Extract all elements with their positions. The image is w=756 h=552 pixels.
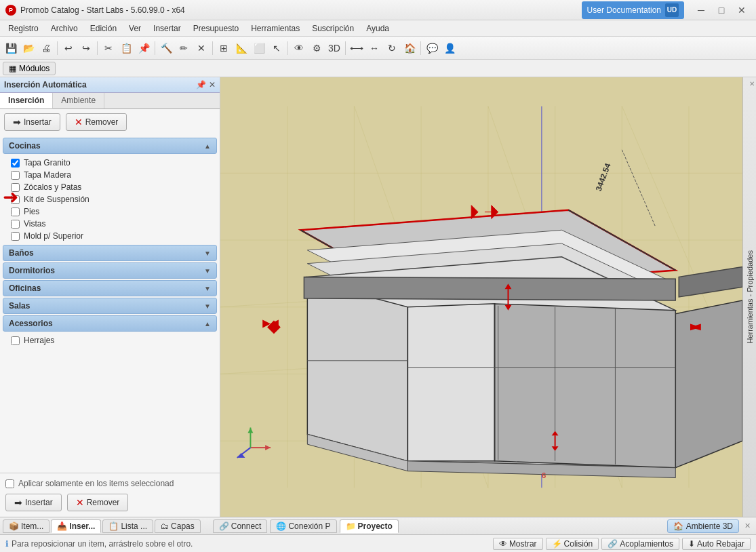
menu-suscripcion[interactable]: Suscripción [306,22,359,35]
category-salas[interactable]: Salas ▼ [3,298,217,314]
toolbar-paste[interactable]: 📌 [136,40,152,56]
item-tapa-granito[interactable]: Tapa Granito [8,157,212,169]
toolbar-save[interactable]: 💾 [3,40,19,56]
menu-insertar[interactable]: Insertar [148,22,186,35]
viewport-3d[interactable]: 3442.54 6 [220,77,742,517]
apply-checkbox-input[interactable] [5,479,14,488]
checkbox-pies[interactable] [11,208,20,216]
insert-label: Insertar [24,117,52,127]
item-herrajes[interactable]: Herrajes [8,334,212,347]
item-tapa-madera[interactable]: Tapa Madera [8,169,212,181]
toolbar-cut[interactable]: ✂ [100,40,117,56]
tab-item-icon: 📦 [9,521,19,531]
checkbox-mold-superior[interactable] [11,232,20,241]
item-pies-label: Pies [24,207,39,216]
toolbar-user[interactable]: 👤 [441,40,458,56]
checkbox-zocalos[interactable] [11,183,20,192]
toolbar-move[interactable]: ↔ [366,40,382,56]
toolbar-redo[interactable]: ↪ [78,40,94,56]
toolbar-home[interactable]: 🏠 [401,40,418,56]
toolbar-arrows[interactable]: ⟷ [349,40,365,56]
menu-edicion[interactable]: Edición [85,22,122,35]
menu-ver[interactable]: Ver [123,22,146,35]
category-cocinas[interactable]: Cocinas ▲ [3,138,217,154]
colision-label: Colisión [564,539,593,549]
toolbar-chat[interactable]: 💬 [424,40,440,56]
panel-pin-button[interactable]: 📌 [196,80,206,90]
ambiente-3d-label: Ambiente 3D [686,521,733,531]
modules-button[interactable]: ▦ Módulos [3,62,56,75]
tab-conexion-p[interactable]: 🌐 Conexión P [270,519,336,533]
toolbar-print[interactable]: 🖨 [38,40,54,56]
minimize-button[interactable]: ─ [692,3,710,17]
bottom-insert-button[interactable]: ➡ Insertar [5,494,62,511]
toolbar-sep-6 [345,41,346,55]
menu-herramientas[interactable]: Herramientas [245,22,305,35]
bottom-insert-icon: ➡ [14,497,22,508]
remove-button[interactable]: ✕ Remover [66,113,127,131]
checkbox-tapa-granito[interactable] [11,159,20,167]
svg-marker-26 [307,280,407,461]
category-banos[interactable]: Baños ▼ [3,245,217,261]
viewport-close-button[interactable]: ✕ [742,520,753,532]
tab-insercion[interactable]: Inserción [0,93,53,109]
panel-header: Inserción Automática 📌 ✕ [0,77,220,93]
menu-registro[interactable]: Registro [3,22,44,35]
checkbox-kit-suspension[interactable] [11,195,20,204]
item-vistas[interactable]: Vistas [8,218,212,230]
user-docs-button[interactable]: User Documentation UD [582,1,684,19]
right-sidebar[interactable]: Herramientas - Propiedades ✕ [742,77,756,517]
toolbar-filter[interactable]: ⚙ [309,40,325,56]
bottom-insert-label: Insertar [25,498,53,507]
acoplamientos-button[interactable]: 🔗 Acoplamientos [601,538,679,550]
toolbar-open[interactable]: 📂 [20,40,37,56]
insert-button[interactable]: ➡ Insertar [4,113,60,131]
colision-button[interactable]: ⚡ Colisión [546,538,599,550]
toolbar-rotate[interactable]: ↻ [384,40,400,56]
tab-capas-icon: 🗂 [161,521,169,531]
maximize-button[interactable]: □ [713,3,730,17]
toolbar-pencil[interactable]: ✏ [176,40,192,56]
toolbar-measure[interactable]: 📐 [233,40,250,56]
toolbar-eye[interactable]: 👁 [291,40,307,56]
tab-ambiente[interactable]: Ambiente [53,93,104,109]
category-oficinas[interactable]: Oficinas ▼ [3,280,217,296]
item-zocalos[interactable]: Zócalos y Patas [8,181,212,193]
toolbar-cursor[interactable]: ↖ [268,40,285,56]
checkbox-tapa-madera[interactable] [11,171,20,180]
toolbar-undo[interactable]: ↩ [60,40,77,56]
close-button[interactable]: ✕ [733,3,751,17]
right-sidebar-close-icon[interactable]: ✕ [749,80,755,87]
toolbar-grid[interactable]: ⊞ [216,40,232,56]
tab-capas[interactable]: 🗂 Capas [155,519,201,533]
toolbar-hammer[interactable]: 🔨 [158,40,174,56]
menu-ayuda[interactable]: Ayuda [361,22,395,35]
chevron-up-acessorios-icon: ▲ [204,320,211,328]
bottom-remove-button[interactable]: ✕ Remover [67,494,129,511]
item-mold-superior[interactable]: Mold p/ Superior [8,230,212,242]
checkbox-herrajes[interactable] [11,336,20,345]
tab-conexion-p-icon: 🌐 [276,521,286,531]
toolbar-3d[interactable]: 3D [326,40,342,56]
item-kit-suspension[interactable]: Kit de Suspensión [8,193,212,205]
svg-marker-37 [304,277,675,300]
category-dormitorios[interactable]: Dormitorios ▼ [3,262,217,279]
tab-connect[interactable]: 🔗 Connect [213,519,268,533]
tab-lista[interactable]: 📋 Lista ... [102,519,153,533]
mostrar-button[interactable]: 👁 Mostrar [493,538,543,550]
toolbar-cross[interactable]: ✕ [193,40,210,56]
right-sidebar-label: Herramientas - Propiedades [746,250,754,344]
tab-insercion[interactable]: 📥 Inser... [51,519,101,533]
checkbox-vistas[interactable] [11,220,20,229]
panel-close-button[interactable]: ✕ [209,80,216,90]
toolbar-copy[interactable]: 📋 [118,40,134,56]
ambiente-3d-button[interactable]: 🏠 Ambiente 3D [667,519,739,533]
tab-proyecto[interactable]: 📁 Proyecto [340,519,399,533]
item-pies[interactable]: Pies [8,205,212,218]
toolbar-shape[interactable]: ⬜ [251,40,267,56]
menu-archivo[interactable]: Archivo [45,22,83,35]
auto-rebajar-button[interactable]: ⬇ Auto Rebajar [682,538,751,550]
menu-presupuesto[interactable]: Presupuesto [188,22,244,35]
category-acessorios[interactable]: Acessorios ▲ [3,315,217,332]
tab-item[interactable]: 📦 Item... [3,519,49,533]
